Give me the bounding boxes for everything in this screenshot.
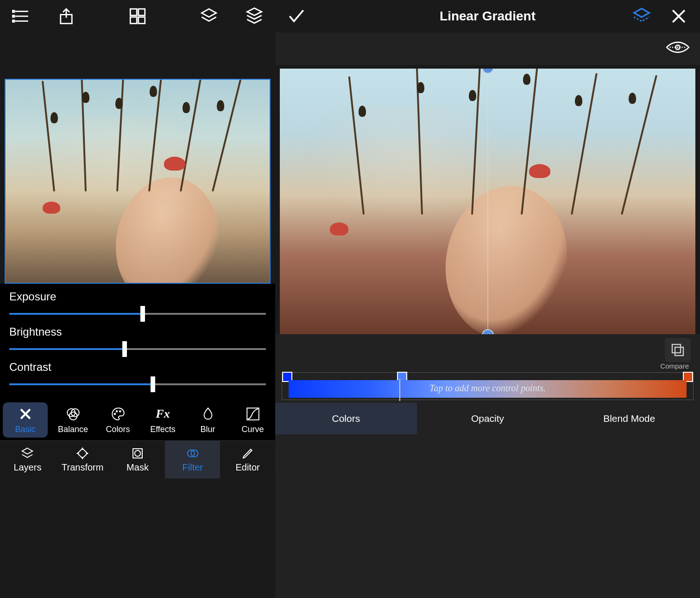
gradient-strip[interactable]: Tap to add more control points. [282, 372, 694, 400]
tab-blend-mode[interactable]: Blend Mode [558, 403, 700, 434]
tab-label: Mask [126, 462, 149, 473]
filter-tab-blur[interactable]: Blur [185, 400, 230, 440]
contrast-slider[interactable] [9, 378, 266, 390]
tab-editor[interactable]: Editor [220, 441, 275, 478]
tab-opacity[interactable]: Opacity [417, 403, 559, 434]
curve-icon [245, 406, 261, 422]
svg-rect-25 [675, 347, 683, 356]
pencil-icon [241, 446, 255, 460]
svg-rect-10 [139, 17, 145, 24]
gradient-right-panel: Linear Gradient [275, 0, 700, 598]
rtab-label: Blend Mode [603, 413, 655, 424]
tab-label: Editor [235, 462, 259, 473]
svg-rect-24 [672, 344, 681, 353]
mask-icon [131, 446, 145, 460]
visibility-eye-icon[interactable] [666, 37, 690, 57]
balance-icon [65, 406, 81, 422]
gradient-hint-text: Tap to add more control points. [282, 383, 693, 394]
filter-tab-label: Colors [106, 425, 130, 434]
drop-icon [200, 406, 216, 422]
layers-icon [20, 446, 34, 460]
tab-label: Filter [183, 462, 203, 473]
left-canvas-area [0, 32, 275, 284]
filter-tab-label: Effects [150, 425, 176, 434]
filter-tab-colors[interactable]: Colors [95, 400, 140, 440]
compare-button[interactable] [665, 338, 691, 362]
tab-layers[interactable]: Layers [0, 441, 55, 478]
filter-icon [186, 446, 200, 460]
gradient-property-tabs: Colors Opacity Blend Mode [275, 403, 700, 434]
transform-icon [76, 446, 89, 460]
rtab-label: Opacity [471, 413, 504, 424]
filter-tab-balance[interactable]: Balance [50, 400, 95, 440]
main-bottom-tabs: Layers Transform Mask Filter Editor [0, 440, 275, 478]
svg-rect-7 [130, 9, 137, 15]
exposure-slider[interactable] [9, 308, 266, 320]
palette-icon [110, 406, 126, 422]
svg-point-14 [114, 413, 115, 414]
panel-title: Linear Gradient [440, 9, 536, 24]
gradient-strip-editor: Tap to add more control points. [275, 370, 700, 403]
filter-tab-curve[interactable]: Curve [230, 400, 275, 440]
sliders-panel: Exposure Brightness Contrast [0, 284, 275, 400]
brightness-slider[interactable] [9, 343, 266, 355]
tab-colors[interactable]: Colors [275, 403, 417, 434]
tab-label: Layers [13, 462, 41, 473]
compare-area [275, 334, 700, 363]
slider-label: Contrast [9, 361, 266, 374]
editor-left-panel: Exposure Brightness Contrast Basic Balan… [0, 0, 275, 598]
compare-icon [669, 342, 686, 358]
svg-rect-17 [247, 408, 259, 420]
gradient-canvas[interactable] [280, 69, 695, 334]
confirm-check-icon[interactable] [286, 6, 307, 26]
svg-rect-18 [78, 448, 88, 458]
close-x-icon [18, 406, 33, 422]
slider-label: Brightness [9, 325, 266, 338]
tab-label: Transform [62, 462, 103, 473]
right-canvas-area [275, 65, 700, 334]
gradient-axis-line[interactable] [487, 69, 488, 334]
svg-rect-5 [13, 20, 15, 22]
filter-category-tabs: Basic Balance Colors Fx Effects Blur Cur… [0, 400, 275, 440]
layer-stack-blue-icon[interactable] [631, 6, 652, 26]
svg-rect-4 [13, 15, 15, 17]
rtab-label: Colors [332, 413, 360, 424]
share-icon[interactable] [57, 6, 76, 26]
grid-icon[interactable] [128, 6, 147, 26]
svg-point-15 [116, 410, 117, 412]
filter-tab-label: Blur [200, 425, 215, 434]
filter-tab-label: Basic [15, 425, 35, 434]
svg-point-20 [135, 451, 141, 457]
slider-contrast: Contrast [9, 361, 266, 390]
list-icon[interactable] [11, 6, 31, 26]
filter-tab-label: Balance [58, 425, 88, 434]
tab-filter[interactable]: Filter [165, 441, 220, 478]
svg-rect-8 [139, 9, 145, 15]
compare-label: Compare [660, 362, 689, 370]
tab-mask[interactable]: Mask [110, 441, 165, 478]
slider-exposure: Exposure [9, 290, 266, 320]
left-toolbar [0, 0, 275, 32]
filter-tab-label: Curve [241, 425, 264, 434]
layer-stack-multi-icon[interactable] [245, 6, 264, 26]
svg-point-16 [119, 410, 120, 412]
svg-rect-9 [130, 17, 137, 24]
filter-tab-basic[interactable]: Basic [3, 402, 48, 438]
close-icon[interactable] [668, 6, 689, 26]
slider-brightness: Brightness [9, 325, 266, 355]
image-canvas[interactable] [5, 79, 271, 284]
fx-icon: Fx [155, 406, 171, 422]
layer-stack-icon[interactable] [199, 6, 219, 26]
visibility-row [275, 32, 700, 65]
tab-transform[interactable]: Transform [55, 441, 110, 478]
svg-rect-3 [13, 11, 15, 13]
slider-label: Exposure [9, 290, 266, 303]
right-toolbar: Linear Gradient [275, 0, 700, 32]
filter-tab-effects[interactable]: Fx Effects [140, 400, 185, 440]
